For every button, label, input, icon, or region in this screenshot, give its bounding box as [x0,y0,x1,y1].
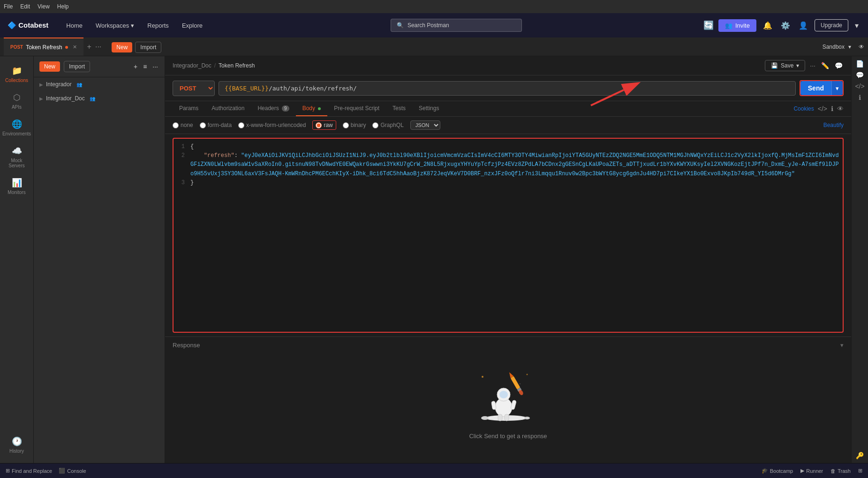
radio-binary[interactable]: binary [343,122,366,128]
sidebar-item-apis[interactable]: ⬡ APIs [2,89,32,113]
nav-actions: 🔄 👥 Invite 🔔 ⚙️ 👤 Upgrade ▾ [703,19,860,32]
workspace-selector[interactable]: Sandbox ▾ 👁 [823,44,864,50]
import-collection-button[interactable]: Import [64,61,90,72]
format-select[interactable]: JSON [410,120,440,130]
tab-pre-request[interactable]: Pre-request Script [327,101,386,116]
console-button[interactable]: ⬛ Console [59,468,86,474]
find-replace-button[interactable]: ⊞ Find and Replace [6,468,52,474]
save-dropdown-icon[interactable]: ▾ [796,62,799,69]
right-panel-icon-5[interactable]: 🔑 [856,452,864,459]
code-editor[interactable]: 1 { 2 "refresh": "eyJ0eXAiOiJKV1QiLCJhbG… [173,138,844,333]
tab-tests[interactable]: Tests [386,101,412,116]
breadcrumb-separator: / [214,62,216,69]
menu-help[interactable]: Help [57,3,69,10]
breadcrumb-parent[interactable]: Integrador_Doc [173,62,211,69]
send-dropdown-button[interactable]: ▾ [831,81,843,95]
upgrade-button[interactable]: Upgrade [815,19,848,31]
menu-edit[interactable]: Edit [20,3,30,10]
collection-item-integrador-doc[interactable]: ▶ Integrador_Doc 👥 [34,91,165,105]
radio-none[interactable]: none [173,122,193,128]
avatar-button[interactable]: 👤 [797,19,810,32]
method-select[interactable]: POST [173,81,215,96]
tab-authorization[interactable]: Authorization [205,101,251,116]
sync-icon: 🔄 [703,20,714,30]
expand-button[interactable]: ▾ [853,19,860,32]
right-panel-icon-1[interactable]: 📄 [856,60,864,67]
new-collection-button[interactable]: New [39,61,60,72]
menu-view[interactable]: View [38,3,50,10]
nav-reports[interactable]: Reports [141,13,175,37]
right-panel-icon-3[interactable]: </> [855,82,864,90]
collection-item-integrador[interactable]: ▶ Integrador 👥 [34,77,165,91]
save-button[interactable]: 💾 Save ▾ [765,60,805,71]
right-panel-icon-2[interactable]: 💬 [856,71,864,79]
new-button[interactable]: New [112,42,132,52]
team-icon: 👥 [76,82,82,87]
save-icon: 💾 [771,62,778,69]
sort-icon-btn[interactable]: ≡ [142,62,148,71]
import-button[interactable]: Import [135,42,161,53]
bootcamp-button[interactable]: 🎓 Bootcamp [762,468,793,474]
sidebar-item-monitors[interactable]: 📊 Monitors [2,174,32,199]
breadcrumb-more-btn[interactable]: ··· [809,60,816,71]
collections-icon: 📁 [12,66,22,76]
tab-params[interactable]: Params [173,101,205,116]
notifications-button[interactable]: 🔔 [761,19,774,32]
tab-name: Token Refresh [26,44,62,51]
more-options-btn[interactable]: ··· [151,62,159,71]
response-header[interactable]: Response ▾ [173,342,844,349]
radio-form-data[interactable]: form-data [200,122,232,128]
grid-button[interactable]: ⊞ [858,468,862,474]
code-icon[interactable]: </> [818,105,827,112]
tab-close-icon[interactable]: ✕ [73,44,77,50]
sidebar-item-history[interactable]: 🕐 History [2,433,32,457]
runner-button[interactable]: ▶ Runner [800,468,823,474]
environments-icon: 🌐 [12,119,22,129]
sidebar-item-mock-servers[interactable]: ☁️ Mock Servers [2,142,32,172]
invite-icon: 👥 [725,22,732,29]
sidebar-item-collections[interactable]: 📁 Collections [2,62,32,87]
menu-file[interactable]: File [4,3,13,10]
invite-button[interactable]: 👥 Invite [718,19,756,32]
search-placeholder: Search Postman [408,22,449,29]
tab-headers[interactable]: Headers 9 [251,101,295,116]
workspace-view-icon[interactable]: 👁 [859,44,864,50]
radio-graphql[interactable]: GraphQL [372,122,403,128]
search-box[interactable]: 🔍 Search Postman [391,19,522,32]
code-line-2: 2 "refresh": "eyJ0eXAiOiJKV1QiLCJhbGciOi… [177,151,839,179]
brand-logo: 🔷 Cotabest [8,21,48,30]
send-button[interactable]: Send [800,81,831,95]
radio-urlencoded[interactable]: x-www-form-urlencoded [238,122,306,128]
collection-item-label: Integrador [46,81,72,88]
settings-button[interactable]: ⚙️ [779,19,792,32]
main-nav: 🔷 Cotabest Home Workspaces ▾ Reports Exp… [0,13,868,37]
svg-rect-9 [505,414,509,421]
nav-workspaces[interactable]: Workspaces ▾ [89,13,141,37]
tab-body[interactable]: Body [296,101,328,116]
radio-raw[interactable]: raw [312,120,336,130]
nav-explore[interactable]: Explore [175,13,209,37]
info-icon[interactable]: ℹ [831,105,833,112]
right-panel-icon-4[interactable]: ℹ [859,94,861,101]
nav-home[interactable]: Home [60,13,89,37]
svg-rect-8 [498,414,502,421]
panel-header: New Import + ≡ ··· [34,56,165,77]
url-input[interactable]: {{BASE_URL}} /auth/api/token/refresh/ [219,81,796,96]
add-tab-button[interactable]: + [87,43,91,51]
trash-button[interactable]: 🗑 Trash [830,468,851,474]
eye-icon[interactable]: 👁 [837,105,844,112]
comment-icon-btn[interactable]: 💬 [834,60,844,71]
beautify-link[interactable]: Beautify [823,122,844,128]
more-tabs-button[interactable]: ··· [95,43,101,51]
active-tab[interactable]: POST Token Refresh ✕ [4,37,83,56]
tab-settings[interactable]: Settings [412,101,445,116]
svg-point-16 [520,383,521,384]
new-tab-button[interactable]: New Import [105,37,168,56]
edit-icon-btn[interactable]: ✏️ [820,60,830,71]
monitors-icon: 📊 [12,178,22,188]
collections-label: Collections [5,78,28,83]
line-number-3: 3 [177,179,185,187]
add-collection-icon-btn[interactable]: + [133,62,138,71]
sidebar-item-environments[interactable]: 🌐 Environments [2,115,32,140]
cookies-link[interactable]: Cookies [793,105,814,112]
